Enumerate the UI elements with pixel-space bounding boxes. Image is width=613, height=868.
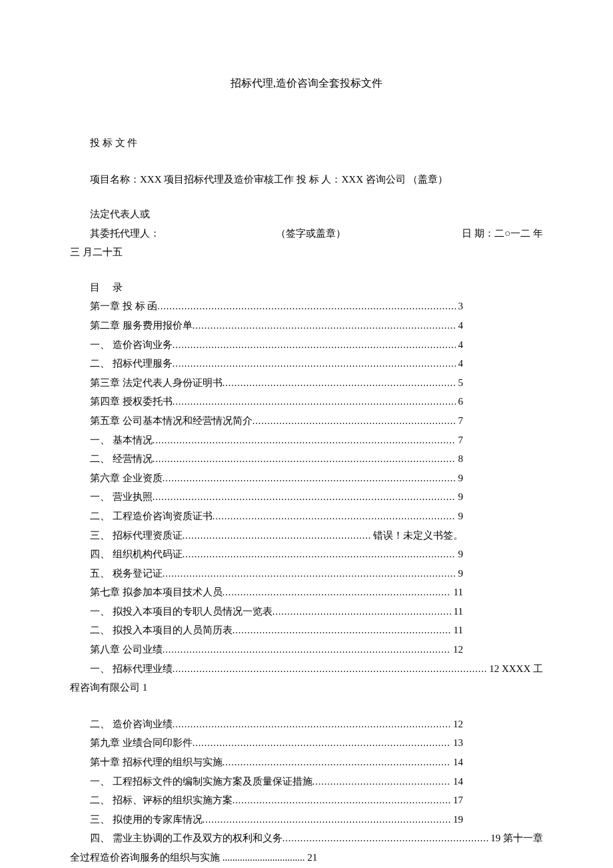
toc-leader-dots (233, 622, 451, 640)
toc-header: 目 录 (70, 278, 543, 297)
toc-label: 第四章 授权委托书 (90, 392, 173, 411)
legal-rep-line2: 其委托代理人： （签字或盖章） 日 期：二○一二 年 (70, 224, 543, 243)
toc-leader-dots (223, 754, 450, 772)
toc-entry: 第三章 法定代表人身份证明书 5 (70, 373, 543, 393)
toc-label: 第五章 公司基本情况和经营情况简介 (90, 411, 253, 431)
toc-entry: 二、 经营情况 8 (70, 449, 543, 469)
legal-rep-agent: 其委托代理人： (70, 224, 160, 243)
toc-label: 第六章 企业资质 (90, 469, 163, 488)
toc-line: 二、 招标、评标的组织实施方案 17 (70, 791, 463, 810)
toc-leader-dots (163, 470, 456, 488)
toc-leader-dots (233, 792, 450, 810)
toc-leader-dots (173, 393, 456, 411)
toc-line: 第九章 业绩合同印影件 13 (70, 733, 463, 753)
toc-line: 三、 招标代理资质证 错误！未定义书签。 (70, 526, 463, 545)
toc-label: 二、 造价咨询业绩 (90, 715, 173, 734)
legal-rep-line3: 三 月二十五 (70, 243, 543, 262)
toc-entry: 二、 造价咨询业绩 12 (70, 715, 543, 734)
toc-label: 一、 工程招标文件的编制实施方案及质量保证措施 (90, 772, 312, 791)
toc-line: 四、 需业主协调的工作及双方的权利和义务 19 第十一章 (70, 829, 543, 848)
toc-line: 第七章 拟参加本项目技术人员 11 (70, 583, 463, 602)
toc-gap (70, 697, 543, 715)
toc-leader-dots (163, 565, 456, 583)
toc-leader-dots (173, 661, 486, 679)
toc-label: 第九章 业绩合同印影件 (90, 733, 193, 753)
toc-leader-dots (173, 355, 456, 373)
toc-label: 三、 拟使用的专家库情况 (90, 810, 203, 829)
toc-leader-dots (203, 811, 450, 829)
toc-page-number: 9 (456, 564, 464, 583)
toc-label: 第八章 公司业绩 (90, 640, 163, 659)
toc-leader-dots (193, 735, 450, 753)
toc-line: 四、 组织机构代码证 9 (70, 545, 463, 564)
toc-leader-dots (173, 716, 450, 734)
toc-page-number: 8 (456, 449, 464, 469)
toc-page-number: 19 第十一章 (488, 829, 543, 848)
toc-line: 三、 拟使用的专家库情况 19 (70, 810, 463, 829)
toc-entry: 第十章 招标代理的组织与实施 14 (70, 753, 543, 772)
toc-page-number: 12 (450, 640, 463, 659)
toc-entry: 一、 拟投入本项目的专职人员情况一览表 11 (70, 602, 543, 621)
toc-leader-dots (163, 641, 450, 659)
toc-entry: 二、 招标代理服务 4 (70, 354, 543, 373)
toc-leader-dots (273, 603, 451, 621)
toc-line: 二、 造价咨询业绩 12 (70, 715, 463, 734)
document-title: 招标代理,造价咨询全套投标文件 (70, 73, 543, 93)
toc-leader-dots (153, 451, 456, 469)
toc-entry: 一、 造价咨询业务 4 (70, 335, 543, 355)
toc-entry: 第九章 业绩合同印影件 13 (70, 733, 543, 753)
toc-block: 第一章 投 标 函 3第二章 服务费用报价单 4一、 造价咨询业务 4二、 招标… (70, 297, 543, 697)
toc-label: 第一章 投 标 函 (90, 297, 157, 316)
toc-label: 四、 需业主协调的工作及双方的权利和义务 (90, 829, 283, 848)
toc-entry: 三、 招标代理资质证 错误！未定义书签。 (70, 526, 543, 545)
toc-leader-dots (153, 432, 456, 450)
toc-line: 二、 拟投入本项目的人员简历表 11 (70, 621, 463, 640)
toc-page-number: 6 (456, 392, 464, 411)
toc-leader-dots (213, 508, 456, 526)
toc-label: 第十章 招标代理的组织与实施 (90, 753, 223, 772)
toc-leader-dots (283, 830, 488, 848)
toc-line: 一、 拟投入本项目的专职人员情况一览表 11 (70, 602, 463, 621)
toc-line: 一、 造价咨询业务 4 (70, 335, 463, 355)
toc-line: 第十章 招标代理的组织与实施 14 (70, 753, 463, 772)
toc-entry: 第二章 服务费用报价单 4 (70, 316, 543, 335)
toc-page-number: 11 (451, 583, 463, 602)
toc-label: 一、 营业执照 (90, 487, 153, 507)
toc-leader-dots (153, 489, 456, 507)
toc-entry: 二、 招标、评标的组织实施方案 17 (70, 791, 543, 810)
toc-page-number: 12 (450, 715, 463, 734)
toc-leader-dots (183, 527, 370, 545)
toc-entry: 二、 工程造价咨询资质证书 9 (70, 507, 543, 526)
toc-line: 一、 招标代理业绩 12 XXXX 工 (70, 659, 543, 679)
toc-label: 二、 经营情况 (90, 449, 153, 469)
legal-rep-line1: 法定代表人或 (70, 205, 543, 224)
toc-leader-dots (173, 337, 456, 355)
toc-entry: 第五章 公司基本情况和经营情况简介 7 (70, 411, 543, 431)
toc-line: 第六章 企业资质 9 (70, 469, 463, 488)
toc-page-number: 4 (456, 335, 464, 355)
toc-line: 一、 工程招标文件的编制实施方案及质量保证措施 14 (70, 772, 463, 791)
toc-entry: 二、 拟投入本项目的人员简历表 11 (70, 621, 543, 640)
toc-leader-dots (193, 317, 456, 335)
toc-page-number: 5 (456, 373, 464, 393)
toc-line: 一、 基本情况 7 (70, 431, 463, 450)
toc-entry: 一、 工程招标文件的编制实施方案及质量保证措施 14 (70, 772, 543, 791)
toc-line: 五、 税务登记证 9 (70, 564, 463, 583)
toc-page-number: 9 (456, 545, 464, 564)
toc-page-number: 12 XXXX 工 (486, 659, 543, 679)
toc-label: 二、 工程造价咨询资质证书 (90, 507, 213, 526)
toc-line: 二、 招标代理服务 4 (70, 354, 463, 373)
toc-leader-dots (183, 546, 456, 564)
project-line: 项目名称：XXX 项目招标代理及造价审核工作 投 标 人：XXX 咨询公司 （盖… (70, 170, 543, 189)
toc-page-number: 9 (456, 487, 464, 507)
toc-line: 第二章 服务费用报价单 4 (70, 316, 463, 335)
toc-line: 第一章 投 标 函 3 (70, 297, 463, 316)
toc-entry: 第一章 投 标 函 3 (70, 297, 543, 316)
toc-page-number: 4 (456, 316, 464, 335)
toc-label: 第二章 服务费用报价单 (90, 316, 193, 335)
toc-label: 二、 拟投入本项目的人员简历表 (90, 621, 233, 640)
toc-leader-dots (223, 584, 451, 602)
toc-leader-dots (223, 375, 456, 393)
toc-page-number: 14 (450, 753, 463, 772)
toc-label: 第七章 拟参加本项目技术人员 (90, 583, 223, 602)
